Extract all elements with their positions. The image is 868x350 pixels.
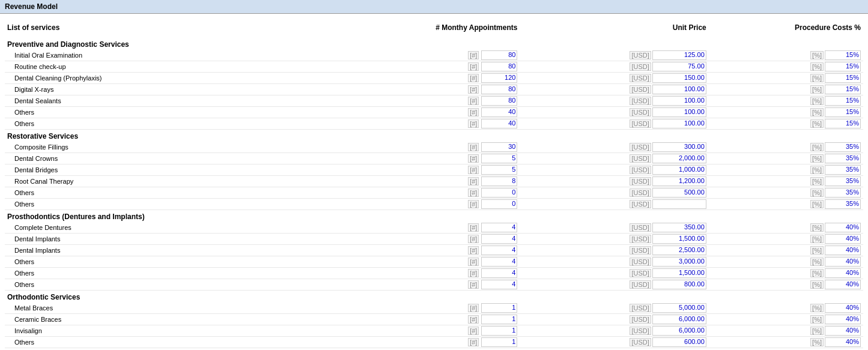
unit-price[interactable]: [USD]5,000.00 [520, 303, 708, 314]
pct-value[interactable]: 35% [825, 142, 861, 152]
pct-value[interactable]: 15% [825, 73, 861, 83]
pct-value[interactable]: 15% [825, 50, 861, 60]
procedure-cost-pct[interactable]: [%]35% [709, 153, 863, 164]
monthly-appointments[interactable]: [#]1 [331, 314, 520, 325]
pct-value[interactable]: 40% [825, 223, 861, 232]
unit-price[interactable]: [USD]3,000.00 [520, 256, 708, 268]
procedure-cost-pct[interactable]: [%]40% [709, 325, 863, 337]
monthly-appointments[interactable]: [#]5 [331, 164, 520, 176]
monthly-appointments[interactable]: [#]40 [331, 107, 520, 118]
unit-price-value[interactable]: 600.00 [652, 337, 706, 347]
monthly-value[interactable]: 4 [481, 257, 517, 267]
monthly-value[interactable]: 80 [481, 50, 517, 60]
procedure-cost-pct[interactable]: [%]15% [709, 50, 863, 61]
pct-value[interactable]: 40% [825, 268, 861, 278]
unit-price-value[interactable]: 100.00 [652, 119, 706, 128]
monthly-value[interactable]: 0 [481, 188, 517, 198]
monthly-appointments[interactable]: [#]80 [331, 95, 520, 107]
monthly-appointments[interactable]: [#]80 [331, 84, 520, 95]
unit-price-value[interactable]: 5,000.00 [652, 303, 706, 313]
unit-price[interactable]: [USD]1,500.00 [520, 268, 708, 279]
unit-price[interactable]: [USD]125.00 [520, 50, 708, 61]
unit-price-value[interactable]: 1,500.00 [652, 234, 706, 244]
unit-price[interactable]: [USD]300.00 [520, 142, 708, 153]
pct-value[interactable]: 15% [825, 119, 861, 128]
monthly-appointments[interactable]: [#]80 [331, 50, 520, 61]
procedure-cost-pct[interactable]: [%]40% [709, 256, 863, 268]
unit-price-value[interactable]: 2,500.00 [652, 246, 706, 255]
monthly-value[interactable]: 30 [481, 142, 517, 152]
unit-price[interactable]: [USD]500.00 [520, 187, 708, 199]
pct-value[interactable]: 35% [825, 177, 861, 186]
unit-price[interactable]: [USD]1,500.00 [520, 234, 708, 245]
unit-price[interactable]: [USD]800.00 [520, 279, 708, 291]
procedure-cost-pct[interactable]: [%]35% [709, 164, 863, 176]
pct-value[interactable]: 15% [825, 85, 861, 94]
monthly-value[interactable]: 80 [481, 62, 517, 71]
monthly-value[interactable]: 4 [481, 246, 517, 255]
monthly-appointments[interactable]: [#]0 [331, 187, 520, 199]
unit-price-value[interactable]: 100.00 [652, 96, 706, 106]
procedure-cost-pct[interactable]: [%]15% [709, 84, 863, 95]
unit-price-value[interactable]: 1,500.00 [652, 268, 706, 278]
pct-value[interactable]: 40% [825, 337, 861, 347]
pct-value[interactable]: 35% [825, 165, 861, 175]
procedure-cost-pct[interactable]: [%]35% [709, 187, 863, 199]
unit-price-value[interactable]: 6,000.00 [652, 315, 706, 324]
unit-price[interactable]: [USD]75.00 [520, 61, 708, 73]
unit-price-value[interactable]: 150.00 [652, 73, 706, 83]
monthly-value[interactable]: 40 [481, 107, 517, 117]
monthly-value[interactable]: 1 [481, 337, 517, 347]
procedure-cost-pct[interactable]: [%]15% [709, 73, 863, 84]
unit-price[interactable]: [USD]150.00 [520, 73, 708, 84]
monthly-value[interactable]: 5 [481, 165, 517, 175]
unit-price-value[interactable]: 1,200.00 [652, 177, 706, 186]
monthly-appointments[interactable]: [#]120 [331, 73, 520, 84]
procedure-cost-pct[interactable]: [%]40% [709, 268, 863, 279]
pct-value[interactable]: 35% [825, 154, 861, 163]
monthly-appointments[interactable]: [#]1 [331, 337, 520, 348]
unit-price-value[interactable]: 800.00 [652, 280, 706, 289]
monthly-value[interactable]: 4 [481, 234, 517, 244]
unit-price-value[interactable]: 3,000.00 [652, 257, 706, 267]
unit-price[interactable]: [USD]100.00 [520, 107, 708, 118]
procedure-cost-pct[interactable]: [%]40% [709, 337, 863, 348]
unit-price[interactable]: [USD]600.00 [520, 337, 708, 348]
monthly-appointments[interactable]: [#]4 [331, 256, 520, 268]
monthly-appointments[interactable]: [#]4 [331, 279, 520, 291]
unit-price-value[interactable]: 500.00 [652, 188, 706, 198]
monthly-appointments[interactable]: [#]5 [331, 153, 520, 164]
monthly-value[interactable]: 1 [481, 315, 517, 324]
unit-price[interactable]: [USD]1,000.00 [520, 164, 708, 176]
procedure-cost-pct[interactable]: [%]35% [709, 142, 863, 153]
pct-value[interactable]: 40% [825, 303, 861, 313]
procedure-cost-pct[interactable]: [%]15% [709, 107, 863, 118]
procedure-cost-pct[interactable]: [%]15% [709, 95, 863, 107]
pct-value[interactable]: 35% [825, 199, 861, 209]
procedure-cost-pct[interactable]: [%]40% [709, 314, 863, 325]
monthly-value[interactable]: 80 [481, 96, 517, 106]
unit-price-value[interactable]: 125.00 [652, 50, 706, 60]
unit-price-value[interactable]: 2,000.00 [652, 154, 706, 163]
procedure-cost-pct[interactable]: [%]40% [709, 279, 863, 291]
monthly-appointments[interactable]: [#]4 [331, 222, 520, 234]
procedure-cost-pct[interactable]: [%]40% [709, 303, 863, 314]
pct-value[interactable]: 15% [825, 96, 861, 106]
unit-price[interactable]: [USD]6,000.00 [520, 325, 708, 337]
monthly-appointments[interactable]: [#]80 [331, 61, 520, 73]
unit-price[interactable]: [USD]100.00 [520, 84, 708, 95]
unit-price[interactable]: [USD]100.00 [520, 118, 708, 130]
unit-price[interactable]: [USD]6,000.00 [520, 314, 708, 325]
procedure-cost-pct[interactable]: [%]35% [709, 199, 863, 210]
monthly-appointments[interactable]: [#]4 [331, 245, 520, 256]
monthly-value[interactable]: 4 [481, 268, 517, 278]
procedure-cost-pct[interactable]: [%]40% [709, 234, 863, 245]
monthly-appointments[interactable]: [#]1 [331, 325, 520, 337]
monthly-value[interactable]: 4 [481, 280, 517, 289]
monthly-value[interactable]: 1 [481, 326, 517, 336]
unit-price[interactable]: [USD]1,200.00 [520, 176, 708, 187]
monthly-value[interactable]: 40 [481, 119, 517, 128]
monthly-appointments[interactable]: [#]4 [331, 234, 520, 245]
monthly-value[interactable]: 1 [481, 303, 517, 313]
monthly-value[interactable]: 4 [481, 223, 517, 232]
